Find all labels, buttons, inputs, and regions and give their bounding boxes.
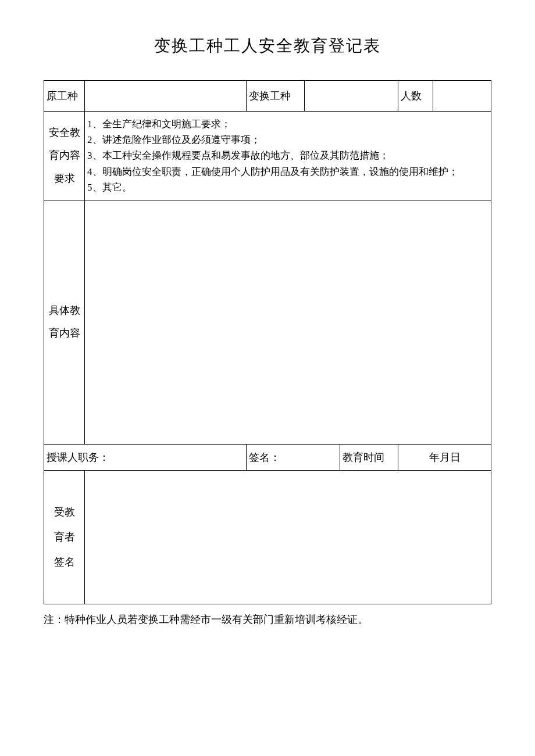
people-count-value bbox=[433, 81, 491, 112]
table-row-requirements: 安全教 育内容 要求 1、全生产纪律和文明施工要求； 2、讲述危险作业部位及必须… bbox=[44, 112, 491, 200]
requirements-content: 1、全生产纪律和文明施工要求； 2、讲述危险作业部位及必须遵守事项； 3、本工种… bbox=[85, 112, 491, 200]
original-work-type-label: 原工种 bbox=[44, 81, 85, 112]
page-title: 变换工种工人安全教育登记表 bbox=[44, 35, 491, 57]
changed-work-type-label: 变换工种 bbox=[247, 81, 305, 112]
table-row-signer: 受教 育者 签名 bbox=[44, 470, 491, 604]
table-row-detail: 具体教 育内容 bbox=[44, 200, 491, 444]
education-date-value: 年月日 bbox=[398, 444, 491, 470]
requirements-label: 安全教 育内容 要求 bbox=[44, 112, 85, 200]
lecturer-sign-label: 签名： bbox=[247, 444, 340, 470]
requirement-item: 3、本工种安全操作规程要点和易发事故的地方、部位及其防范措施； bbox=[87, 148, 488, 163]
signer-label: 受教 育者 签名 bbox=[44, 470, 85, 604]
requirement-item: 2、讲述危险作业部位及必须遵守事项； bbox=[87, 132, 488, 148]
table-row-header: 原工种 变换工种 人数 bbox=[44, 81, 491, 112]
people-count-label: 人数 bbox=[398, 81, 433, 112]
signer-value bbox=[85, 470, 491, 604]
requirement-item: 5、其它。 bbox=[87, 180, 488, 195]
lecturer-position-label: 授课人职务： bbox=[44, 444, 247, 470]
registration-table: 原工种 变换工种 人数 安全教 育内容 要求 1、全生产纪律和文明施工要求； 2… bbox=[44, 80, 491, 604]
footer-note: 注：特种作业人员若变换工种需经市一级有关部门重新培训考核经证。 bbox=[44, 611, 491, 628]
education-time-label: 教育时间 bbox=[340, 444, 398, 470]
table-row-lecturer: 授课人职务： 签名： 教育时间 年月日 bbox=[44, 444, 491, 470]
requirement-item: 4、明确岗位安全职责，正确使用个人防护用品及有关防护装置，设施的使用和维护； bbox=[87, 164, 488, 180]
requirement-item: 1、全生产纪律和文明施工要求； bbox=[87, 116, 488, 132]
detail-content-value bbox=[85, 200, 491, 444]
changed-work-type-value bbox=[305, 81, 398, 112]
original-work-type-value bbox=[85, 81, 247, 112]
detail-content-label: 具体教 育内容 bbox=[44, 200, 85, 444]
